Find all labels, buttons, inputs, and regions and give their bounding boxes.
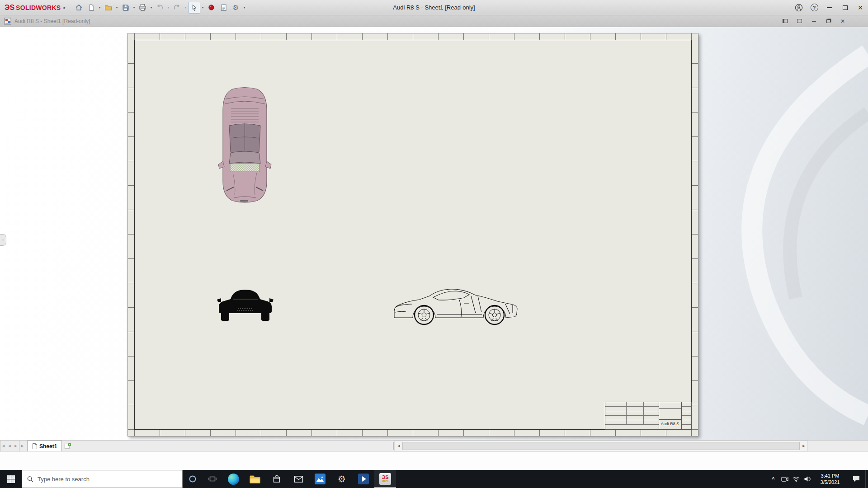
open-button[interactable] [103, 2, 114, 14]
select-dropdown-caret-icon[interactable]: ▾ [201, 5, 205, 9]
account-icon [795, 4, 803, 12]
volume-button[interactable] [802, 470, 813, 488]
cortana-button[interactable] [183, 470, 203, 488]
close-button[interactable]: ✕ [853, 0, 868, 15]
featuremanager-flyout-tab[interactable]: ◦ [0, 234, 6, 246]
options-button[interactable]: ⚙ [230, 2, 242, 14]
add-sheet-button[interactable] [62, 441, 74, 451]
account-button[interactable] [791, 0, 807, 15]
redo-icon [173, 4, 181, 11]
document-close-button[interactable]: ✕ [835, 16, 850, 26]
title-block-line [659, 402, 659, 429]
mail-envelope-icon [294, 475, 303, 483]
document-minimize-button[interactable] [807, 16, 821, 26]
save-dropdown-caret-icon[interactable]: ▾ [132, 5, 137, 9]
search-icon [27, 476, 33, 483]
cortana-icon [189, 475, 197, 483]
show-desktop-button[interactable] [865, 470, 868, 488]
start-button[interactable] [0, 470, 22, 488]
home-icon [75, 4, 83, 11]
undo-button[interactable] [154, 2, 166, 14]
save-icon [122, 4, 129, 11]
title-block-line [643, 402, 644, 425]
next-sheet-button[interactable]: ▶ [13, 441, 19, 451]
solidworks-logo: ЭS SOLIDWORKS [0, 4, 64, 12]
menu-flyout-arrow-icon[interactable]: ▸ [64, 5, 66, 10]
task-view-button[interactable] [203, 470, 222, 488]
network-button[interactable] [790, 470, 802, 488]
horizontal-scrollbar[interactable]: ◀ ▶ [394, 441, 808, 451]
taskbar-search-box[interactable] [22, 470, 183, 488]
cascade-windows-button[interactable] [792, 16, 807, 26]
solidworks-app-icon: ЭS 2021 [379, 473, 391, 485]
help-button[interactable]: ? [807, 0, 822, 15]
file-explorer-icon [250, 474, 260, 483]
front-left-mirror [217, 298, 221, 302]
print-dropdown-caret-icon[interactable]: ▾ [149, 5, 154, 9]
mail-button[interactable] [288, 470, 309, 488]
scroll-left-button[interactable]: ◀ [395, 441, 402, 451]
open-folder-icon [104, 4, 112, 11]
minimize-button[interactable] [822, 0, 837, 15]
meet-now-button[interactable] [779, 470, 790, 488]
home-button[interactable] [73, 2, 85, 14]
new-document-button[interactable] [85, 2, 97, 14]
last-sheet-button[interactable]: ▶ [19, 441, 25, 451]
close-icon: ✕ [858, 5, 863, 11]
quick-access-toolbar: ▾ ▾ ▾ ▾ ▾ ▾ ▾ [73, 2, 247, 14]
new-dropdown-caret-icon[interactable]: ▾ [98, 5, 102, 9]
open-dropdown-caret-icon[interactable]: ▾ [115, 5, 119, 9]
movies-button[interactable] [353, 470, 374, 488]
options-dropdown-caret-icon[interactable]: ▾ [242, 5, 247, 9]
action-center-button[interactable] [847, 470, 865, 488]
drawing-sheet[interactable]: Audi R8 S [127, 33, 698, 436]
select-arrow-icon [191, 4, 198, 11]
title-block-part-name: Audi R8 S [660, 422, 680, 426]
document-title: Audi R8 S - Sheet1 [Read-only] [14, 18, 90, 24]
maximize-button[interactable] [837, 0, 853, 15]
taskbar-spacer [396, 470, 768, 488]
graphics-area[interactable]: ◦ [0, 27, 868, 440]
photos-button[interactable] [309, 470, 331, 488]
file-properties-button[interactable] [218, 2, 230, 14]
settings-button[interactable]: ⚙ [331, 470, 353, 488]
drawing-view-side[interactable] [392, 286, 519, 327]
store-button[interactable] [266, 470, 288, 488]
first-sheet-button[interactable]: ◀ [0, 441, 6, 451]
red-ball-icon [208, 4, 215, 11]
undo-dropdown-caret-icon[interactable]: ▾ [166, 5, 171, 9]
zone-ticks-top [134, 33, 692, 40]
undo-icon [156, 4, 164, 11]
redo-button[interactable] [171, 2, 183, 14]
hidden-icons-button[interactable]: ^ [768, 470, 779, 488]
title-block-line [659, 408, 681, 409]
horizontal-scrollbar-thumb[interactable] [402, 442, 800, 450]
solidworks-app-window: ЭS SOLIDWORKS ▸ ▾ ▾ ▾ ▾ [0, 0, 868, 488]
redo-dropdown-caret-icon[interactable]: ▾ [184, 5, 188, 9]
scroll-right-button[interactable]: ▶ [800, 441, 807, 451]
status-bar [0, 451, 868, 470]
notification-bubble-icon [852, 475, 860, 483]
tile-windows-button[interactable] [778, 16, 792, 26]
taskbar-clock[interactable]: 3:41 PM 3/5/2021 [813, 470, 847, 488]
red-ball-button[interactable] [206, 2, 217, 14]
print-button[interactable] [137, 2, 149, 14]
solidworks-taskbar-button[interactable]: ЭS 2021 [374, 470, 396, 488]
edge-icon [228, 474, 239, 485]
media-play-icon [358, 474, 369, 484]
drawing-view-top[interactable] [216, 84, 274, 207]
file-explorer-button[interactable] [244, 470, 266, 488]
sheet-tab-bar: ◀ ◀ ▶ ▶ Sheet1 ◀ ▶ [0, 440, 868, 451]
previous-sheet-button[interactable]: ◀ [6, 441, 13, 451]
select-tool-button[interactable] [189, 2, 200, 14]
save-button[interactable] [120, 2, 132, 14]
search-input[interactable] [38, 476, 177, 483]
document-restore-button[interactable] [821, 16, 835, 26]
sheet-tab-sheet1[interactable]: Sheet1 [27, 441, 62, 451]
car-side-window [433, 291, 469, 300]
sheet-page-icon [32, 443, 38, 449]
edge-button[interactable] [222, 470, 244, 488]
drawing-view-front[interactable] [217, 286, 274, 324]
clock-time: 3:41 PM [821, 473, 840, 479]
scroll-right-icon: ▶ [802, 444, 805, 448]
